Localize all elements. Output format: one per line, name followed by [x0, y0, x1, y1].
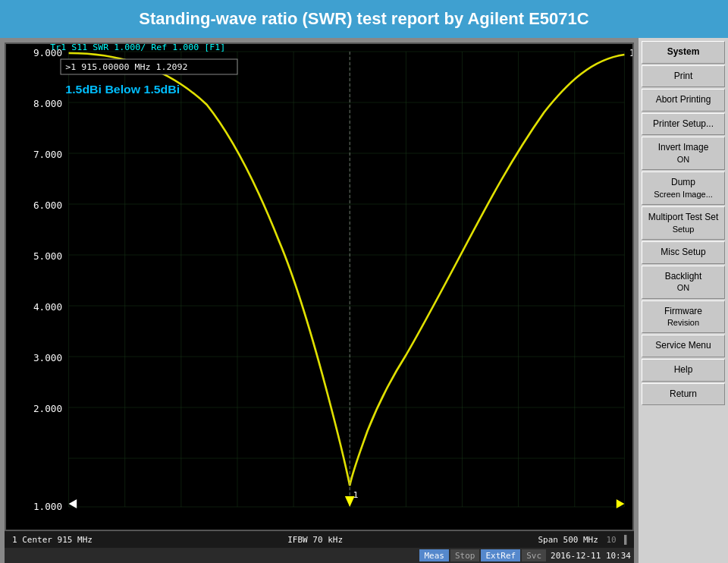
- chart-container: 9.000 8.000 7.000 6.000 5.000 4.000 3.00…: [0, 38, 639, 563]
- title-bar: Standing-wave ratio (SWR) test report by…: [0, 0, 728, 38]
- svg-text:1: 1: [353, 489, 358, 500]
- svc-button[interactable]: Svc: [522, 549, 546, 561]
- svg-text:6.000: 6.000: [33, 200, 62, 211]
- svg-text:2.000: 2.000: [33, 404, 62, 414]
- footer-center: IFBW 70 kHz: [287, 535, 343, 545]
- chart-footer: 1 Center 915 MHz IFBW 70 kHz Span 500 MH…: [5, 531, 634, 548]
- main-content: 9.000 8.000 7.000 6.000 5.000 4.000 3.00…: [0, 38, 728, 563]
- chart-svg: 9.000 8.000 7.000 6.000 5.000 4.000 3.00…: [6, 44, 632, 530]
- svg-text:>1   915.00000 MHz   1.2092: >1 915.00000 MHz 1.2092: [65, 61, 187, 72]
- svg-text:7.000: 7.000: [33, 149, 62, 160]
- panel-btn-multiport[interactable]: Multiport Test SetSetup: [642, 206, 725, 240]
- stop-button[interactable]: Stop: [450, 549, 480, 561]
- panel-btn-firmware[interactable]: FirmwareRevision: [642, 300, 725, 334]
- chart-wrapper: 9.000 8.000 7.000 6.000 5.000 4.000 3.00…: [5, 42, 634, 531]
- panel-btn-invert-image[interactable]: Invert ImageON: [642, 137, 725, 170]
- svg-marker-35: [345, 496, 355, 507]
- svg-text:1: 1: [629, 48, 632, 58]
- svg-text:3.000: 3.000: [33, 353, 62, 363]
- svg-text:4.000: 4.000: [33, 302, 62, 313]
- svg-text:1.5dBi Below 1.5dBi: 1.5dBi Below 1.5dBi: [65, 83, 180, 96]
- svg-text:8.000: 8.000: [33, 99, 62, 109]
- panel-btn-backlight[interactable]: BacklightON: [642, 266, 725, 299]
- panel-btn-misc-setup[interactable]: Misc Setup: [642, 241, 725, 264]
- extref-button[interactable]: ExtRef: [481, 549, 520, 561]
- svg-text:Tr1  S11  SWR 1.000/ Ref 1.000: Tr1 S11 SWR 1.000/ Ref 1.000 [F1]: [50, 44, 225, 52]
- status-timestamp: 2016-12-11 10:34: [551, 551, 631, 561]
- footer-left: 1 Center 915 MHz: [12, 535, 93, 545]
- panel-btn-help[interactable]: Help: [642, 359, 725, 382]
- meas-button[interactable]: Meas: [419, 549, 449, 561]
- panel-btn-dump-screen[interactable]: DumpScreen Image...: [642, 171, 725, 205]
- panel-btn-printer-setup[interactable]: Printer Setup...: [642, 113, 725, 136]
- panel-btn-return[interactable]: Return: [642, 383, 725, 406]
- svg-text:1.000: 1.000: [33, 502, 62, 512]
- panel-btn-system[interactable]: System: [642, 41, 725, 64]
- right-panel: System Print Abort Printing Printer Setu…: [639, 38, 728, 563]
- status-strip: Meas Stop ExtRef Svc 2016-12-11 10:34: [5, 548, 634, 563]
- panel-btn-print[interactable]: Print: [642, 65, 725, 88]
- footer-right: Span 500 MHz 10 ▐: [538, 535, 626, 545]
- page-title: Standing-wave ratio (SWR) test report by…: [139, 9, 588, 29]
- svg-text:5.000: 5.000: [33, 251, 62, 262]
- panel-btn-service-menu[interactable]: Service Menu: [642, 335, 725, 357]
- panel-btn-abort-printing[interactable]: Abort Printing: [642, 89, 725, 112]
